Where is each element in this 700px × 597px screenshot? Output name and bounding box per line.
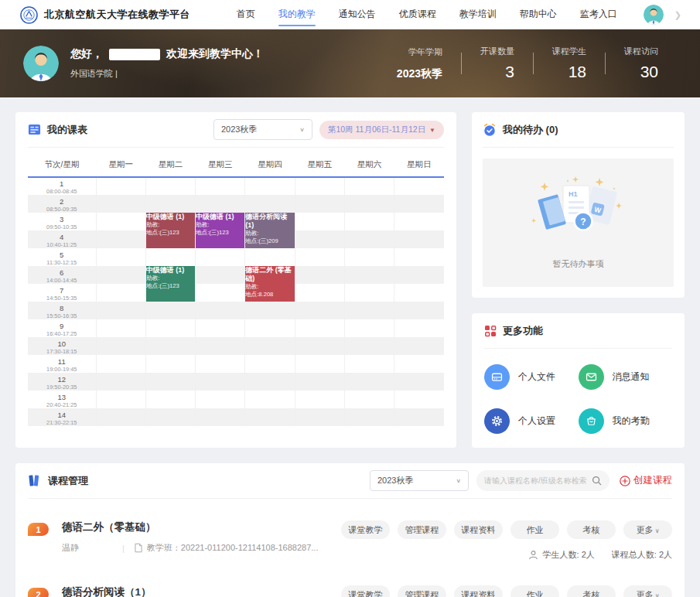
tt-cell [295, 355, 344, 373]
tt-cell [96, 177, 145, 195]
nav-item-2[interactable]: 通知公告 [339, 3, 376, 26]
stat-2: 课程学生18 [534, 46, 605, 81]
more-item-label: 消息通知 [613, 370, 650, 384]
gear-icon [484, 408, 510, 434]
tt-period: 815:50-16:35 [28, 302, 96, 319]
tt-cell [245, 248, 295, 266]
more-item-label: 我的考勤 [613, 414, 650, 428]
course-counts: 学生人数: 2人课程总人数: 2人 [341, 549, 672, 561]
course-block[interactable]: 德语分析阅读 (1)助教:地点:(三)209 [245, 213, 295, 248]
person-icon [528, 550, 538, 560]
tt-cell [245, 408, 295, 426]
cm-term-select[interactable]: 2023秋季 ∨ [370, 470, 469, 491]
more-item-1[interactable]: 消息通知 [579, 364, 673, 390]
action-button-4[interactable]: 考核 [567, 585, 616, 597]
action-button-3[interactable]: 作业 [510, 520, 559, 539]
grid-icon [484, 325, 497, 337]
tt-cell [96, 284, 145, 302]
chevron-right-icon[interactable]: ❯ [674, 10, 681, 20]
action-button-1[interactable]: 管理课程 [398, 520, 446, 539]
timetable-icon [28, 123, 41, 136]
todo-card: 我的待办 (0) W H1 ? [472, 112, 685, 298]
timetable-card: 我的课表 2023秋季 ∨ 第10周 11月06日-11月12日 ▼ 节次/星期… [15, 112, 456, 448]
nav-item-4[interactable]: 教学培训 [459, 3, 497, 26]
timetable-grid: 节次/星期星期一星期二星期三星期四星期五星期六星期日 108:00-08:452… [28, 152, 444, 426]
tt-cell [394, 319, 444, 337]
tt-cell [394, 195, 444, 213]
stat-value: 3 [480, 63, 514, 81]
nav-item-5[interactable]: 帮助中心 [520, 3, 557, 26]
stat-label: 开课数量 [480, 46, 514, 57]
action-button-0[interactable]: 课堂教学 [341, 585, 390, 597]
create-course-button[interactable]: 创建课程 [620, 474, 672, 487]
more-item-3[interactable]: 我的考勤 [579, 408, 673, 434]
course-subinfo: 温静|教学班：20221-011200-12114108-1688287... [62, 542, 318, 554]
tt-cell [394, 302, 444, 319]
tt-cell [145, 319, 195, 337]
tt-cell [344, 391, 394, 408]
course-block[interactable]: 中级德语 (1)助教:地点:(三)123 [196, 213, 245, 248]
nav-item-6[interactable]: 监考入口 [580, 3, 617, 26]
course-block[interactable]: 德语二外 (零基础)助教:地点:8.208 [245, 266, 295, 302]
course-block[interactable]: 中级德语 (1)助教:地点:(三)123 [145, 266, 195, 302]
action-button-5[interactable]: 更多 ∨ [623, 520, 672, 539]
tt-col-header: 星期三 [196, 152, 245, 177]
action-button-0[interactable]: 课堂教学 [341, 520, 390, 539]
nav-item-3[interactable]: 优质课程 [399, 3, 436, 26]
tt-period: 714:50-15:35 [28, 284, 96, 302]
tt-cell [245, 195, 295, 213]
course-actions: 课堂教学管理课程课程资料作业考核更多 ∨ [341, 585, 672, 597]
tt-cell [145, 177, 195, 195]
action-button-2[interactable]: 课程资料 [454, 585, 503, 597]
total-count: 课程总人数: 2人 [612, 549, 672, 561]
tt-cell [295, 408, 344, 426]
tt-cell [145, 391, 195, 408]
tt-cell [295, 177, 344, 195]
books-icon [28, 474, 42, 487]
course-block[interactable]: 中级德语 (1)助教:地点:(三)123 [145, 213, 195, 248]
course-search [476, 470, 610, 491]
tt-cell [145, 355, 195, 373]
tt-cell [245, 302, 295, 319]
nav-item-0[interactable]: 首页 [237, 3, 255, 26]
chevron-down-icon: ∨ [456, 478, 461, 484]
banner-text: 您好， 欢迎来到教学中心！ 外国语学院 | [70, 47, 264, 80]
course-title[interactable]: 德语分析阅读（1） [62, 585, 290, 597]
tt-cell [394, 266, 444, 284]
tt-cell [196, 355, 245, 373]
action-button-1[interactable]: 管理课程 [398, 585, 446, 597]
empty-illustration: W H1 ? [528, 176, 630, 251]
more-item-2[interactable]: 个人设置 [484, 408, 579, 434]
department-label: 外国语学院 | [70, 68, 264, 80]
course-info: 德语二外（零基础）温静|教学班：20221-011200-12114108-16… [62, 520, 318, 554]
document-icon [134, 543, 143, 553]
term-select-value: 2023秋季 [221, 124, 257, 135]
create-course-label: 创建课程 [633, 474, 672, 487]
tt-cell [295, 373, 344, 391]
more-item-0[interactable]: 个人文件 [484, 364, 579, 390]
stat-3: 课程访问30 [606, 46, 677, 81]
cm-term-value: 2023秋季 [377, 475, 413, 486]
nav-item-1[interactable]: 我的教学 [278, 3, 316, 26]
course-actions-area: 课堂教学管理课程课程资料作业考核更多 ∨学生人数: 8人课程总人数: 8人 [341, 585, 672, 597]
course-title[interactable]: 德语二外（零基础） [62, 520, 318, 534]
todo-title: 我的待办 (0) [503, 123, 558, 137]
tt-period: 410:40-11:25 [28, 230, 96, 248]
brand[interactable]: 北京航空航天大学在线教学平台 [20, 6, 190, 24]
action-button-5[interactable]: 更多 ∨ [623, 585, 672, 597]
course-search-input[interactable] [484, 476, 592, 485]
action-button-2[interactable]: 课程资料 [454, 520, 503, 539]
more-functions-card: 更多功能 个人文件消息通知个人设置我的考勤 [472, 313, 685, 448]
tt-cell [145, 248, 195, 266]
action-button-4[interactable]: 考核 [567, 520, 616, 539]
term-select[interactable]: 2023秋季 ∨ [213, 119, 312, 140]
search-icon[interactable] [592, 476, 602, 486]
course-index-badge: 2 [28, 588, 49, 597]
tt-cell [394, 408, 444, 426]
user-avatar[interactable] [644, 5, 664, 25]
tt-cell [96, 355, 145, 373]
action-button-3[interactable]: 作业 [510, 585, 559, 597]
tt-period: 511:30-12:15 [28, 248, 96, 266]
tt-cell [196, 284, 245, 302]
week-selector[interactable]: 第10周 11月06日-11月12日 ▼ [319, 121, 444, 139]
